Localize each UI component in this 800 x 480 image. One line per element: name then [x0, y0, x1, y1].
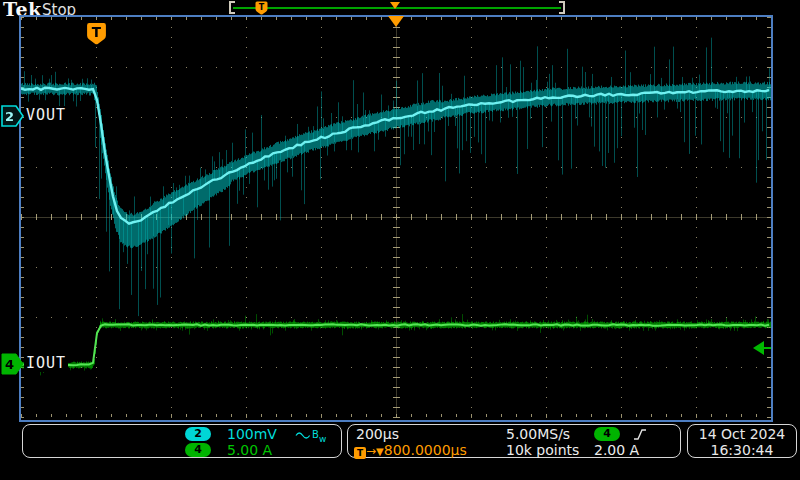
trigger-position-triangle-icon[interactable] — [388, 16, 404, 27]
trigger-delay-readout: T→▼800.0000µs — [354, 442, 467, 459]
waveform-display — [19, 15, 773, 422]
trigger-level-arrow-icon[interactable] — [753, 341, 771, 355]
trigger-point-flag-icon[interactable]: T — [86, 22, 107, 45]
sample-rate: 5.00MS/s — [506, 426, 570, 442]
time: 16:30:44 — [688, 442, 796, 458]
record-overview-bar: T — [229, 1, 565, 15]
channel2-coupling-indicator: Bw — [295, 428, 326, 444]
record-trigger-flag-icon: T — [255, 1, 268, 15]
record-position-triangle-icon — [390, 2, 400, 9]
trigger-delay-value: 800.0000µs — [384, 442, 467, 458]
svg-text:2: 2 — [5, 109, 14, 124]
timebase-scale: 200µs — [356, 426, 399, 442]
trigger-slope-rising-icon — [632, 427, 648, 442]
channel4-scale: 5.00 A — [227, 442, 272, 458]
channel-readout-box[interactable]: 2 100mV Bw 4 5.00 A — [22, 424, 342, 458]
waveform-canvas — [21, 17, 771, 420]
channel4-badge[interactable]: 4 — [185, 443, 211, 457]
date: 14 Oct 2024 — [688, 426, 796, 442]
trigger-source-badge[interactable]: 4 — [594, 427, 620, 441]
channel2-reference-marker[interactable]: 2 — [1, 104, 24, 128]
channel4-label: IOUT — [24, 354, 68, 372]
channel4-reference-marker[interactable]: 4 — [1, 352, 24, 376]
svg-text:T: T — [92, 24, 102, 40]
delay-arrow-icon: → — [366, 444, 376, 458]
timebase-trigger-readout-box[interactable]: 200µs T→▼800.0000µs 5.00MS/s 10k points … — [347, 424, 681, 458]
trigger-level-value: 2.00 A — [594, 442, 639, 458]
datetime-box[interactable]: 14 Oct 2024 16:30:44 — [687, 424, 797, 458]
svg-text:4: 4 — [5, 357, 14, 372]
channel2-scale: 100mV — [227, 426, 277, 442]
svg-text:T: T — [259, 3, 265, 12]
bandwidth-limit-icon: Bw — [312, 432, 326, 443]
delay-trigger-flag-icon: T — [354, 447, 366, 459]
ac-coupling-icon — [295, 430, 312, 441]
channel2-badge[interactable]: 2 — [185, 427, 211, 441]
oscilloscope-screen: { "header": { "logo": "Tek", "status": "… — [0, 0, 800, 480]
record-length: 10k points — [506, 442, 579, 458]
channel2-label: VOUT — [24, 106, 68, 124]
delay-triangle-icon: ▼ — [376, 446, 384, 457]
